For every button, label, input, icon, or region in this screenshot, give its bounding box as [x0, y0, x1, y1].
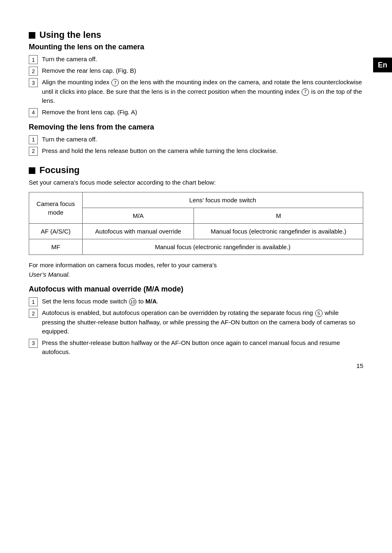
m-header: M	[194, 208, 363, 224]
step-num-4: 4	[29, 108, 38, 117]
autofocus-step-text-3: Press the shutter-release button halfway…	[42, 338, 363, 357]
autofocus-step-1: 1 Set the lens focus mode switch 10 to M…	[29, 297, 363, 306]
autofocus-step-3: 3 Press the shutter-release button halfw…	[29, 338, 363, 357]
step-text-1: Turn the camera off.	[42, 55, 363, 64]
af-m-cell: Manual focus (electronic rangefinder is …	[194, 224, 363, 239]
removing-step-text-2: Press and hold the lens release button o…	[42, 146, 363, 156]
ref-7b: 7	[302, 88, 309, 96]
focusing-section: Focusing Set your camera’s focus mode se…	[29, 165, 363, 280]
ma-header: M/A	[83, 208, 194, 224]
page: En Using the lens Mounting the lens on t…	[0, 0, 392, 386]
autofocus-step-num-2: 2	[29, 309, 38, 318]
af-mode-cell: AF (A/S/C)	[29, 224, 83, 239]
using-lens-title: Using the lens	[29, 30, 363, 40]
mf-combined-cell: Manual focus (electronic rangefinder is …	[83, 239, 363, 255]
mf-mode-cell: MF	[29, 239, 83, 255]
step-text-4: Remove the front lens cap. (Fig. A)	[42, 108, 363, 117]
focusing-title: Focusing	[29, 165, 363, 176]
mounting-step-4: 4 Remove the front lens cap. (Fig. A)	[29, 108, 363, 117]
camera-mode-header: Camera focus mode	[29, 192, 83, 224]
ref-5: 5	[315, 310, 323, 317]
autofocus-step-num-3: 3	[29, 339, 38, 348]
step-num-3: 3	[29, 78, 38, 87]
autofocus-subtitle: Autofocus with manual override (M/A mode…	[29, 285, 363, 294]
autofocus-section: Autofocus with manual override (M/A mode…	[29, 285, 363, 357]
en-badge: En	[373, 58, 392, 72]
removing-step-num-1: 1	[29, 135, 38, 144]
mounting-step-2: 2 Remove the rear lens cap. (Fig. B)	[29, 66, 363, 76]
autofocus-step-2: 2 Autofocus is enabled, but autofocus op…	[29, 308, 363, 336]
focusing-footer: For more information on camera focus mod…	[29, 261, 363, 279]
mounting-step-1: 1 Turn the camera off.	[29, 55, 363, 64]
removing-subtitle: Removing the lens from the camera	[29, 123, 363, 132]
autofocus-step-num-1: 1	[29, 297, 38, 306]
lens-mode-header: Lens’ focus mode switch	[83, 192, 363, 208]
mounting-subsection: Mounting the lens on the camera 1 Turn t…	[29, 43, 363, 117]
black-square-icon-2	[29, 167, 35, 174]
af-ma-cell: Autofocus with manual override	[83, 224, 194, 239]
removing-step-num-2: 2	[29, 147, 38, 156]
mounting-steps: 1 Turn the camera off. 2 Remove the rear…	[29, 55, 363, 117]
table-row-mf: MF Manual focus (electronic rangefinder …	[29, 239, 363, 255]
focusing-intro: Set your camera’s focus mode selector ac…	[29, 178, 363, 187]
page-number: 15	[356, 362, 363, 369]
removing-step-2: 2 Press and hold the lens release button…	[29, 146, 363, 156]
step-text-3: Align the mounting index 7 on the lens w…	[42, 78, 363, 106]
autofocus-step-text-2: Autofocus is enabled, but autofocus oper…	[42, 308, 363, 336]
mounting-step-3: 3 Align the mounting index 7 on the lens…	[29, 78, 363, 106]
autofocus-step-text-1: Set the lens focus mode switch 10 to M/A…	[42, 297, 363, 306]
black-square-icon	[29, 32, 35, 39]
table-row-af: AF (A/S/C) Autofocus with manual overrid…	[29, 224, 363, 239]
using-lens-section: Using the lens Mounting the lens on the …	[29, 30, 363, 156]
mounting-subtitle: Mounting the lens on the camera	[29, 43, 363, 51]
removing-subsection: Removing the lens from the camera 1 Turn…	[29, 123, 363, 156]
step-num-1: 1	[29, 55, 38, 64]
step-text-2: Remove the rear lens cap. (Fig. B)	[42, 66, 363, 76]
autofocus-steps: 1 Set the lens focus mode switch 10 to M…	[29, 297, 363, 357]
user-manual-link: User’s Manual.	[29, 271, 70, 278]
step-num-2: 2	[29, 67, 38, 76]
ref-7a: 7	[111, 79, 119, 86]
table-header-row: Camera focus mode Lens’ focus mode switc…	[29, 192, 363, 208]
removing-step-text-1: Turn the camera off.	[42, 135, 363, 144]
removing-step-1: 1 Turn the camera off.	[29, 135, 363, 144]
removing-steps: 1 Turn the camera off. 2 Press and hold …	[29, 135, 363, 156]
focus-table: Camera focus mode Lens’ focus mode switc…	[29, 192, 363, 255]
ref-10: 10	[129, 298, 136, 305]
